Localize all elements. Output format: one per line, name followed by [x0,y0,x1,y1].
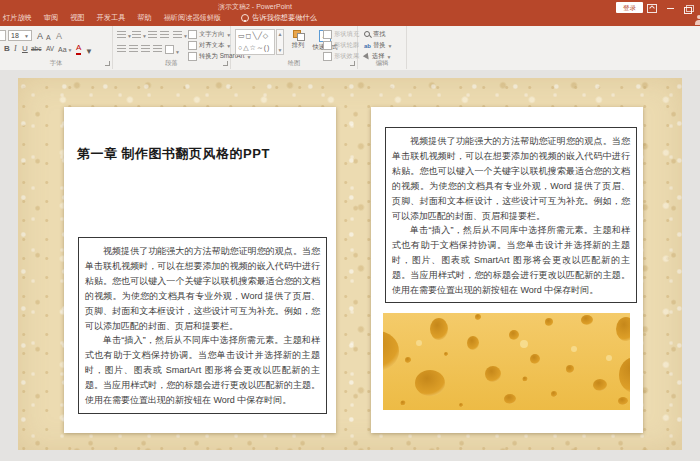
find-button[interactable]: 查找 [364,30,386,39]
shapes-row-2: ○△☆∼() [238,42,274,54]
paragraph-dialog-launcher[interactable] [223,61,228,66]
ribbon-display-options-button[interactable] [646,3,658,13]
tab-slideshow[interactable]: 灯片放映 [3,13,32,23]
shape-fill-button[interactable]: 形状填充 [323,30,359,39]
align-left-button[interactable] [117,45,126,54]
text-direction-button[interactable]: 文字方向 ▼ [188,30,231,39]
font-name-combo[interactable] [0,30,6,41]
tell-me-box[interactable]: 告诉我你想要做什么 [241,13,317,23]
numbering-button[interactable]: ▼ [132,31,147,40]
replace-label: 替换 [373,41,386,50]
drawing-dialog-launcher[interactable] [350,61,355,66]
shapes-row-1: ▭◻╲╱◇ [238,30,274,42]
tab-review[interactable]: 审阅 [44,13,58,23]
grow-font-button[interactable]: A [37,32,43,41]
line-spacing-button[interactable]: ▼ [173,31,188,40]
strikethrough-button[interactable]: abc [31,46,41,53]
clear-formatting-button[interactable]: A [56,32,62,41]
columns-button[interactable]: ▼ [165,45,180,56]
lightbulb-icon [241,14,249,22]
chevron-down-icon: ▼ [142,33,147,39]
editing-canvas[interactable]: 第一章 制作图书翻页风格的PPT 视频提供了功能强大的方法帮助您证明您的观点。当… [0,70,700,461]
shape-fill-label: 形状填充 [334,30,359,39]
chapter-title[interactable]: 第一章 制作图书翻页风格的PPT [77,145,270,163]
chevron-down-icon: ▼ [388,43,393,49]
paragraph-group-label: 段落 [113,59,230,68]
align-text-icon [188,41,197,50]
align-right-icon [141,45,150,52]
editing-group: 查找 ab 替换 ▼ 选择 ▼ 编辑 [358,26,407,69]
chevron-down-icon: ▼ [68,47,73,53]
align-text-label: 对齐文本 [199,41,224,50]
columns-icon [165,45,174,54]
justify-icon [153,45,162,52]
shape-outline-button[interactable]: 形状轮廓 [323,41,359,50]
tab-developer[interactable]: 开发工具 [97,13,126,23]
change-case-label: Aa [58,46,67,53]
character-spacing-button[interactable]: AV [46,46,54,53]
window-title: 演示文稿2 - PowerPoint [185,2,325,12]
font-color-button[interactable]: A [76,44,81,55]
italic-button[interactable]: I [14,45,17,53]
text-direction-label: 文字方向 [199,30,224,39]
restore-icon [684,7,692,14]
justify-button[interactable] [153,45,162,54]
minimize-icon [667,8,674,9]
editing-group-label: 编辑 [358,59,406,68]
right-page[interactable]: 视频提供了功能强大的方法帮助您证明您的观点。当您单击联机视频时，可以在想要添加的… [371,107,643,433]
decrease-indent-icon [148,31,157,38]
drawing-group-label: 绘图 [231,59,357,68]
line-spacing-icon [173,31,182,38]
ribbon-tabs: 灯片放映 审阅 视图 开发工具 帮助 福昕阅读器领鲜版 告诉我你想要做什么 [3,13,317,23]
arrange-button[interactable]: 排列 [289,30,307,50]
tab-help[interactable]: 帮助 [137,13,151,23]
numbered-list-icon [132,31,141,38]
right-paragraph-2: 单击“插入”，然后从不同库中选择所需元素。主题和样式也有助于文档保持协调。当您单… [392,223,630,298]
shape-outline-icon [323,41,332,50]
decrease-indent-button[interactable] [148,31,157,40]
align-right-button[interactable] [141,45,150,54]
font-size-value: 18 [11,32,19,39]
tab-foxit-reader[interactable]: 福昕阅读器领鲜版 [164,13,222,23]
right-text-box[interactable]: 视频提供了功能强大的方法帮助您证明您的观点。当您单击联机视频时，可以在想要添加的… [385,127,637,303]
shape-outline-label: 形状轮廓 [334,41,359,50]
slide-canvas[interactable]: 第一章 制作图书翻页风格的PPT 视频提供了功能强大的方法帮助您证明您的观点。当… [18,78,682,450]
align-text-button[interactable]: 对齐文本 ▼ [188,41,231,50]
share-person-icon[interactable] [694,15,700,25]
text-direction-icon [188,30,197,39]
restore-button[interactable] [682,5,694,15]
replace-button[interactable]: ab 替换 ▼ [364,41,393,50]
shapes-gallery-scrollbar[interactable]: ▲ ▼ [276,29,284,55]
arrange-icon [293,30,304,40]
align-left-icon [117,45,126,52]
title-bar: 演示文稿2 - PowerPoint 登录 灯片放映 审阅 视图 开发工具 帮助… [0,0,700,26]
scroll-more-icon: ▼ [278,47,283,53]
font-size-combo[interactable]: 18▼ [8,30,32,41]
left-page[interactable]: 第一章 制作图书翻页风格的PPT 视频提供了功能强大的方法帮助您证明您的观点。当… [64,107,336,433]
cheese-image[interactable] [383,313,630,410]
drawing-group: ▭◻╲╱◇ ○△☆∼() ▲ ▼ 排列 A 快速样式 形状填充 形状轮廓 [231,26,358,69]
underline-button[interactable]: U [22,45,28,53]
align-center-button[interactable] [129,45,138,54]
login-button[interactable]: 登录 [616,2,643,13]
ribbon: 18▼ A A A B I U abc AV Aa▼ A ▼ 字体 ▼ ▼ ▼ [0,26,700,71]
change-case-button[interactable]: Aa▼ [58,46,73,53]
shape-fill-icon [323,30,332,39]
bullets-button[interactable]: ▼ [117,31,132,40]
find-label: 查找 [373,30,386,39]
chevron-down-icon[interactable]: ▼ [85,48,93,56]
font-group: 18▼ A A A B I U abc AV Aa▼ A ▼ 字体 [0,26,113,69]
minimize-button[interactable] [664,3,676,13]
left-text-box[interactable]: 视频提供了功能强大的方法帮助您证明您的观点。当您单击联机视频时，可以在想要添加的… [78,237,327,414]
tab-view[interactable]: 视图 [70,13,84,23]
right-paragraph-1: 视频提供了功能强大的方法帮助您证明您的观点。当您单击联机视频时，可以在想要添加的… [392,134,630,223]
increase-indent-icon [160,31,169,38]
paragraph-group: ▼ ▼ ▼ ▼ 文字方向 ▼ 对齐文本 ▼ 转换为 SmartArt [113,26,231,69]
increase-indent-button[interactable] [160,31,169,40]
shrink-font-button[interactable]: A [46,34,51,41]
shapes-gallery[interactable]: ▭◻╲╱◇ ○△☆∼() [235,29,275,55]
bold-button[interactable]: B [4,45,10,53]
ribbon-display-options-icon [647,4,657,13]
chevron-down-icon: ▼ [24,33,29,39]
font-dialog-launcher[interactable] [105,61,110,66]
